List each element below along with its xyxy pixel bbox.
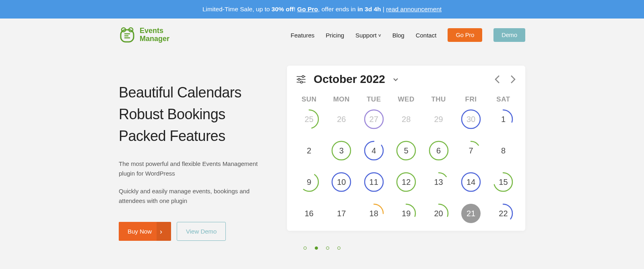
svg-point-6 (298, 79, 300, 81)
month-dropdown-icon[interactable] (392, 76, 399, 83)
nav-blog[interactable]: Blog (392, 32, 405, 39)
promo-announcement-link[interactable]: read announcement (386, 6, 442, 12)
chevron-down-icon: ⅴ (378, 33, 381, 38)
calendar-day-number: 21 (466, 209, 475, 218)
svg-point-4 (302, 76, 304, 78)
calendar-dow-row: SUNMONTUEWEDTHUFRISAT (296, 95, 516, 103)
calendar-day-number: 4 (372, 146, 376, 155)
nav-contact[interactable]: Contact (416, 32, 437, 39)
calendar-day[interactable]: 16 (296, 198, 322, 229)
calendar-day-number: 13 (434, 178, 443, 187)
calendar-day[interactable]: 20 (425, 198, 452, 229)
calendar-day[interactable]: 25 (296, 103, 322, 135)
nav-support[interactable]: Supportⅴ (355, 32, 381, 39)
promo-go-pro-link[interactable]: Go Pro (297, 6, 318, 12)
calendar-month-label: October 2022 (314, 73, 385, 86)
calendar-day[interactable]: 30 (458, 103, 484, 135)
calendar-widget: October 2022 SUNMONTUEWEDTHUFRISAT 25262… (287, 66, 525, 231)
nav-pricing[interactable]: Pricing (326, 32, 344, 39)
prev-month-icon[interactable] (494, 74, 501, 85)
logo-text: Events Manager (140, 27, 169, 43)
calendar-dow: FRI (458, 95, 484, 103)
hero-sub-2: Quickly and easily manage events, bookin… (119, 186, 271, 206)
calendar-day[interactable]: 6 (425, 135, 452, 166)
calendar-day[interactable]: 12 (393, 166, 419, 198)
calendar-day[interactable]: 27 (361, 103, 387, 135)
calendar-day-number: 9 (307, 178, 311, 187)
calendar-day[interactable]: 3 (328, 135, 355, 166)
calendar-day-number: 26 (337, 115, 346, 124)
slider-dot-4[interactable] (337, 246, 341, 250)
go-pro-button[interactable]: Go Pro (448, 28, 482, 42)
calendar-dow: MON (328, 95, 355, 103)
calendar-day[interactable]: 19 (393, 198, 419, 229)
calendar-day-number: 7 (469, 146, 473, 155)
calendar-day[interactable]: 2 (296, 135, 322, 166)
calendar-day-number: 14 (466, 178, 475, 187)
filter-icon[interactable] (296, 74, 306, 85)
buy-now-button[interactable]: Buy Now › (119, 222, 171, 241)
calendar-day-number: 10 (337, 178, 346, 187)
calendar-day[interactable]: 17 (328, 198, 355, 229)
next-month-icon[interactable] (509, 74, 516, 85)
calendar-day-number: 29 (434, 115, 443, 124)
calendar-day[interactable]: 18 (361, 198, 387, 229)
calendar-day[interactable]: 8 (490, 135, 516, 166)
calendar-day[interactable]: 22 (490, 198, 516, 229)
svg-point-8 (301, 81, 303, 83)
calendar-day[interactable]: 4 (361, 135, 387, 166)
calendar-day-number: 6 (436, 146, 441, 155)
calendar-day-number: 18 (369, 209, 378, 218)
calendar-day-number: 11 (369, 178, 378, 187)
promo-countdown: in 3d 4h (357, 6, 381, 12)
calendar-day[interactable]: 15 (490, 166, 516, 198)
calendar-day-number: 16 (305, 209, 314, 218)
calendar-day[interactable]: 10 (328, 166, 355, 198)
calendar-week: 2526272829301 (296, 103, 516, 135)
calendar-day[interactable]: 9 (296, 166, 322, 198)
calendar-day[interactable]: 26 (328, 103, 355, 135)
calendar-day[interactable]: 28 (393, 103, 419, 135)
calendar-day[interactable]: 13 (425, 166, 452, 198)
slider-dot-1[interactable] (303, 246, 307, 250)
promo-bar: Limited-Time Sale, up to 30% off! Go Pro… (0, 0, 644, 19)
hero-copy: Beautiful Calendars Robust Bookings Pack… (119, 66, 271, 241)
site-logo[interactable]: Events Manager (119, 27, 169, 43)
view-demo-button[interactable]: View Demo (177, 222, 226, 241)
calendar-day-number: 19 (402, 209, 411, 218)
calendar-dow: THU (425, 95, 452, 103)
calendar-day-number: 15 (499, 178, 508, 187)
calendar-header: October 2022 (296, 73, 516, 86)
hero-heading: Beautiful Calendars Robust Bookings Pack… (119, 82, 271, 147)
calendar-day-number: 17 (337, 209, 346, 218)
calendar-day[interactable]: 5 (393, 135, 419, 166)
calendar-day-number: 3 (339, 146, 344, 155)
calendar-day-number: 30 (466, 115, 475, 124)
hero-section: Beautiful Calendars Robust Bookings Pack… (119, 66, 525, 241)
slider-dots (0, 246, 644, 250)
chevron-right-icon: › (160, 228, 162, 235)
calendar-day[interactable]: 21 (458, 198, 484, 229)
site-header: Events Manager Features Pricing Supportⅴ… (119, 19, 525, 52)
calendar-day[interactable]: 29 (425, 103, 452, 135)
promo-prefix: Limited-Time Sale, up to (202, 6, 272, 12)
calendar-day-number: 12 (402, 178, 411, 187)
calendar-day[interactable]: 1 (490, 103, 516, 135)
calendar-dow: SAT (490, 95, 516, 103)
promo-discount: 30% off (272, 6, 294, 12)
calendar-day[interactable]: 7 (458, 135, 484, 166)
calendar-day-number: 8 (501, 146, 506, 155)
calendar-dow: SUN (296, 95, 322, 103)
nav-features[interactable]: Features (291, 32, 314, 39)
slider-dot-2[interactable] (315, 246, 318, 250)
demo-button[interactable]: Demo (493, 28, 525, 42)
slider-dot-3[interactable] (326, 246, 329, 250)
calendar-week: 16171819202122 (296, 198, 516, 229)
calendar-day-number: 2 (307, 146, 311, 155)
calendar-day-number: 20 (434, 209, 443, 218)
calendar-dow: TUE (361, 95, 387, 103)
hero-sub-1: The most powerful and flexible Events Ma… (119, 159, 271, 178)
calendar-day[interactable]: 11 (361, 166, 387, 198)
main-nav: Features Pricing Supportⅴ Blog Contact G… (291, 28, 525, 42)
calendar-day[interactable]: 14 (458, 166, 484, 198)
